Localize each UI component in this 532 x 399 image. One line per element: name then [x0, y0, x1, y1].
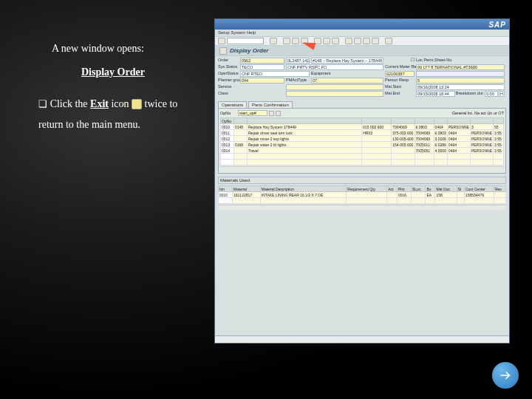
mr-sloc	[412, 192, 426, 198]
lbl-loc: ☐	[385, 58, 415, 64]
fld-order-type[interactable]: 0L3487-1411	[286, 58, 310, 64]
mh0: Itm	[219, 186, 233, 192]
menubar[interactable]: Setup System Help	[215, 30, 509, 37]
bullet-bold: Exit	[90, 98, 109, 109]
tb-nextpage-icon[interactable]	[363, 38, 370, 44]
lbl-class: Class	[218, 91, 284, 97]
mr-st	[457, 192, 464, 198]
operations-table: OpNo 00100148Replace Hay System 17844901…	[220, 117, 504, 166]
tb-help-icon[interactable]	[385, 38, 392, 44]
materials-table: Itm Material Material Description Requir…	[218, 185, 506, 204]
lbl-action: Current Meter Reading	[385, 64, 415, 70]
mr-mat: 161122817	[233, 192, 261, 198]
tb-firstpage-icon[interactable]	[345, 38, 352, 44]
instruction-bullet: ❑ Click the Exit icon twice to	[22, 96, 207, 112]
tb-exit-icon[interactable]	[292, 38, 299, 44]
ops-h0: OpNo	[221, 118, 234, 124]
tb-prevpage-icon[interactable]	[354, 38, 361, 44]
mr-plnt: 0016	[397, 192, 411, 198]
tb-back-icon[interactable]	[283, 38, 290, 44]
fld-order-desc[interactable]: #148 – Replace Hay System – 178449	[311, 58, 383, 64]
fld-opno[interactable]: start_op#	[238, 110, 267, 116]
fld-pmact[interactable]: 07	[311, 78, 383, 83]
order-header: Order 0962 0L3487-1411 #148 – Replace Ha…	[215, 56, 509, 100]
fld-plangrp[interactable]: 044	[240, 78, 284, 83]
intro-text: A new window opens:	[52, 41, 207, 57]
bullet-line2: return to the main menu.	[22, 117, 207, 133]
tb-lastpage-icon[interactable]	[372, 38, 379, 44]
arrow-right-icon	[498, 368, 513, 383]
window-titlebar: SAP	[215, 19, 509, 30]
tb-enter-icon[interactable]	[218, 38, 225, 44]
mh4: Act	[387, 186, 398, 192]
tb-findnext-icon[interactable]	[332, 38, 339, 44]
mat-row-empty[interactable]	[219, 198, 506, 204]
tab-parts-confirm[interactable]: Parts Confirmation	[248, 101, 293, 108]
lbl-opstatus: OperStatus	[218, 71, 239, 77]
operations-panel: OpNo start_op# General Int. Na act Un or…	[218, 108, 506, 174]
mr-itm: 0010	[219, 192, 233, 198]
lbl-service: Service	[218, 84, 284, 90]
screen-title-text: Display Order	[230, 47, 268, 54]
mh1: Material	[233, 186, 261, 192]
display-order-title: Display Order	[81, 64, 207, 81]
tab-operations[interactable]: Operations	[218, 101, 247, 108]
ops-header-row: OpNo	[221, 118, 504, 124]
fld-service[interactable]	[286, 84, 383, 90]
screen-icon	[219, 47, 227, 55]
fld-break: 0.00	[485, 91, 498, 97]
checkbox-icon: ❑	[38, 98, 50, 109]
status-bar	[215, 335, 509, 343]
lbl-equipment: Equipment	[311, 71, 383, 77]
mat-scrollbar[interactable]	[218, 205, 506, 210]
mr-desc: INTAKE LINING REAR 16 1/2 X 7 DE	[260, 192, 347, 198]
mh10: Cost Center	[464, 186, 494, 192]
btn-op-up-icon[interactable]	[269, 111, 274, 116]
fld-action: 06 LT7 8 TERNATIONAL #T3600	[416, 64, 505, 70]
fld-status2: CNF PRTV RSPC FO	[286, 64, 383, 70]
lbl-malfst: Mal.Start	[385, 84, 415, 90]
mr-qty	[347, 192, 387, 198]
fld-malfst: 09/16/2008 13:24	[416, 84, 505, 90]
ops-scrollbar[interactable]	[220, 166, 504, 171]
mr-doc: 158	[435, 192, 457, 198]
table-row[interactable]	[221, 160, 504, 166]
mh3: Requirement Qty	[347, 186, 387, 192]
lbl-opno: OpNo	[220, 111, 236, 115]
lbl-gen: General Int. Na act Un or OT	[452, 111, 504, 115]
sap-window: SAP Setup System Help Display Order Orde…	[214, 18, 510, 344]
fld-equip[interactable]: 62106387	[385, 71, 415, 77]
table-row[interactable]: 0014Travel70050514.00000464PERSONNE3 55	[221, 148, 504, 154]
mr-act	[387, 192, 398, 198]
table-row[interactable]: 00100148Replace Hay System 178449015 002…	[221, 124, 504, 130]
mh11: Res	[494, 186, 505, 192]
mr-res	[494, 192, 505, 198]
fld-opstatus: CNF RTEO	[240, 71, 310, 77]
mat-row[interactable]: 0010 161122817 INTAKE LINING REAR 16 1/2…	[219, 192, 506, 198]
materials-section: Materials Used Itm Material Material Des…	[218, 177, 506, 210]
table-row[interactable]: 0011Repair driver seat arm lockHR03375-0…	[221, 130, 504, 136]
tb-find-icon[interactable]	[323, 38, 330, 44]
toolbar	[215, 37, 509, 46]
lbl-person: Person Resp	[385, 78, 415, 83]
fld-status1: TECO	[240, 64, 284, 70]
fld-person[interactable]: 5	[416, 78, 505, 83]
fld-order-no[interactable]: 0962	[240, 58, 284, 64]
lbl-malfend: Mal.End	[385, 91, 415, 97]
mr-bu: EA	[426, 192, 435, 198]
fld-class[interactable]	[286, 91, 383, 97]
table-row[interactable]	[221, 154, 504, 160]
mh8: Mat Doc	[435, 186, 457, 192]
command-field[interactable]	[227, 38, 264, 44]
table-row[interactable]: 0012Repair mixer 2 exp lights130-005-600…	[221, 136, 504, 142]
instruction-panel: A new window opens: Display Order ❑ Clic…	[52, 41, 207, 134]
fld-malfend: 09/15/2008 18:44	[416, 91, 455, 97]
table-row[interactable]: 00130168Repair water 2 fd lights154-005 …	[221, 142, 504, 148]
next-slide-button[interactable]	[492, 362, 519, 389]
btn-op-down-icon[interactable]	[276, 111, 281, 116]
tb-save-icon[interactable]	[270, 38, 277, 44]
fld-equip-ex[interactable]	[416, 71, 505, 77]
lbl-pmact: PMActType	[286, 78, 310, 83]
mr-cc: 158534476	[464, 192, 494, 198]
materials-title: Materials Used	[218, 177, 506, 184]
